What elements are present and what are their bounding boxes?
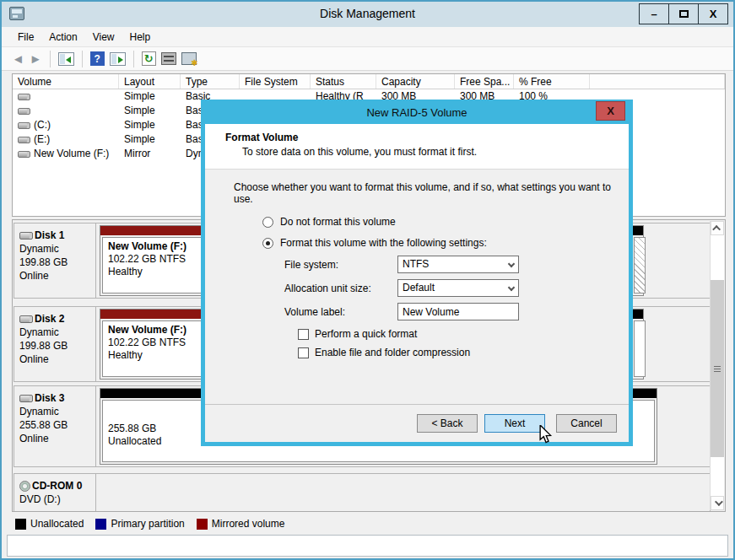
menu-action[interactable]: Action (41, 29, 84, 46)
title-bar: Disk Management – X (2, 2, 733, 27)
disk-kind: Dynamic (19, 243, 59, 255)
toolbar-separator (50, 51, 51, 67)
disk1-header[interactable]: Disk 1 Dynamic 199.88 GB Online (14, 223, 96, 298)
compression-option[interactable]: Enable file and folder compression (298, 347, 470, 358)
disk-status: Online (19, 353, 49, 365)
window-title: Disk Management (2, 7, 733, 20)
refresh-icon[interactable]: ↻ (142, 51, 156, 66)
disk-size: 255.88 GB (19, 419, 68, 431)
drive-icon (18, 137, 30, 143)
status-bar (7, 535, 728, 557)
scrollbar-thumb[interactable] (711, 280, 724, 457)
drive-icon (18, 94, 30, 100)
disk-status: Online (19, 433, 49, 444)
disk-icon (19, 232, 33, 240)
col-capacity[interactable]: Capacity (376, 74, 455, 89)
col-status[interactable]: Status (311, 74, 376, 89)
mirrored-volume-swatch (197, 519, 208, 530)
disk3-header[interactable]: Disk 3 Dynamic 255.88 GB Online (14, 386, 96, 466)
disk-status: Online (19, 270, 49, 282)
dialog-close-button[interactable]: X (596, 101, 625, 121)
volume-name: (E:) (34, 133, 50, 145)
menu-file[interactable]: File (10, 29, 41, 46)
disk-size: 199.88 GB (19, 340, 68, 352)
col-type[interactable]: Type (181, 74, 240, 89)
volume-cell-status: Healthy (108, 266, 143, 277)
radio-selected-icon[interactable] (262, 238, 273, 249)
menu-view[interactable]: View (85, 29, 122, 46)
vertical-scrollbar[interactable] (710, 221, 724, 510)
allocation-unit-value: Default (403, 282, 435, 293)
close-button[interactable]: X (698, 3, 728, 24)
cdrom-drive: DVD (D:) (19, 493, 61, 505)
disk1-unallocated-sliver[interactable] (631, 225, 644, 296)
radio-label: Do not format this volume (280, 216, 396, 228)
allocation-unit-select[interactable]: Default (397, 279, 519, 297)
maximize-button[interactable] (668, 3, 699, 24)
cdrom-header[interactable]: CD-ROM 0 DVD (D:) (14, 474, 96, 511)
menu-bar: File Action View Help (2, 27, 733, 47)
unallocated-swatch (15, 519, 26, 530)
allocation-unit-label: Allocation unit size: (284, 283, 371, 294)
scroll-down-button[interactable] (711, 496, 724, 510)
volume-cell-size: 102.22 GB NTFS (108, 337, 186, 348)
col-filler (590, 74, 725, 89)
radio-format-with-settings[interactable]: Format this volume with the following se… (262, 237, 487, 249)
dialog-button-bar: < Back Next Cancel (205, 404, 629, 442)
menu-help[interactable]: Help (122, 29, 159, 46)
new-raid5-volume-dialog: New RAID-5 Volume X Format Volume To sto… (201, 100, 633, 446)
col-volume[interactable]: Volume (13, 74, 119, 89)
volume-layout: Simple (119, 89, 181, 104)
toolbar-separator (82, 51, 83, 67)
volume-cell-size: 255.88 GB (108, 423, 156, 434)
minimize-button[interactable]: – (639, 3, 669, 24)
primary-partition-swatch (95, 519, 106, 530)
quick-format-option[interactable]: Perform a quick format (298, 328, 417, 340)
disk-kind: Dynamic (19, 406, 59, 417)
next-button[interactable]: Next (484, 414, 545, 433)
chevron-down-icon (508, 284, 515, 291)
volume-name: New Volume (F:) (34, 148, 109, 159)
disk2-header[interactable]: Disk 2 Dynamic 199.88 GB Online (14, 307, 96, 381)
drive-icon (18, 108, 30, 115)
radio-do-not-format[interactable]: Do not format this volume (262, 216, 396, 228)
dialog-heading: Format Volume (225, 132, 629, 143)
show-console-tree-icon[interactable] (58, 52, 74, 66)
col-free-space[interactable]: Free Spa... (455, 74, 514, 89)
properties-icon[interactable] (161, 52, 176, 65)
disk-icon (19, 395, 33, 402)
dialog-title: New RAID-5 Volume (205, 104, 629, 122)
scroll-up-button[interactable] (711, 221, 724, 235)
toolbar-separator (133, 51, 134, 67)
dialog-subheading: To store data on this volume, you must f… (225, 143, 629, 158)
volume-label-input[interactable] (397, 303, 519, 320)
help-icon[interactable]: ? (90, 51, 105, 66)
manage-computer-icon[interactable] (181, 52, 197, 65)
legend-unallocated: Unallocated (15, 518, 84, 530)
col-pct-free[interactable]: % Free (514, 74, 590, 89)
back-icon[interactable]: ◄ (12, 52, 24, 65)
file-system-select[interactable]: NTFS (397, 256, 519, 273)
disk2-unallocated-sliver[interactable] (631, 309, 644, 380)
checkbox-icon[interactable] (298, 329, 309, 340)
show-action-pane-icon[interactable] (110, 52, 126, 66)
checkbox-icon[interactable] (298, 347, 309, 358)
back-button[interactable]: < Back (417, 414, 478, 433)
volume-cell-title: New Volume (F:) (108, 324, 186, 336)
radio-label: Format this volume with the following se… (280, 237, 487, 249)
chevron-down-icon (714, 498, 722, 506)
disk-management-window: Disk Management – X File Action View Hel… (0, 0, 735, 560)
cancel-button[interactable]: Cancel (556, 414, 617, 433)
toolbar: ◄ ► ? ↻ (2, 47, 733, 71)
file-system-value: NTFS (403, 258, 429, 270)
unallocated-band (632, 310, 643, 319)
radio-icon[interactable] (262, 217, 273, 228)
forward-icon[interactable]: ► (30, 52, 42, 65)
col-layout[interactable]: Layout (119, 74, 181, 89)
cd-icon (19, 481, 30, 492)
maximize-icon (679, 10, 689, 18)
disk-icon (19, 315, 33, 323)
dialog-header: Format Volume To store data on this volu… (205, 124, 629, 170)
col-file-system[interactable]: File System (240, 74, 311, 89)
chevron-down-icon (508, 261, 515, 267)
